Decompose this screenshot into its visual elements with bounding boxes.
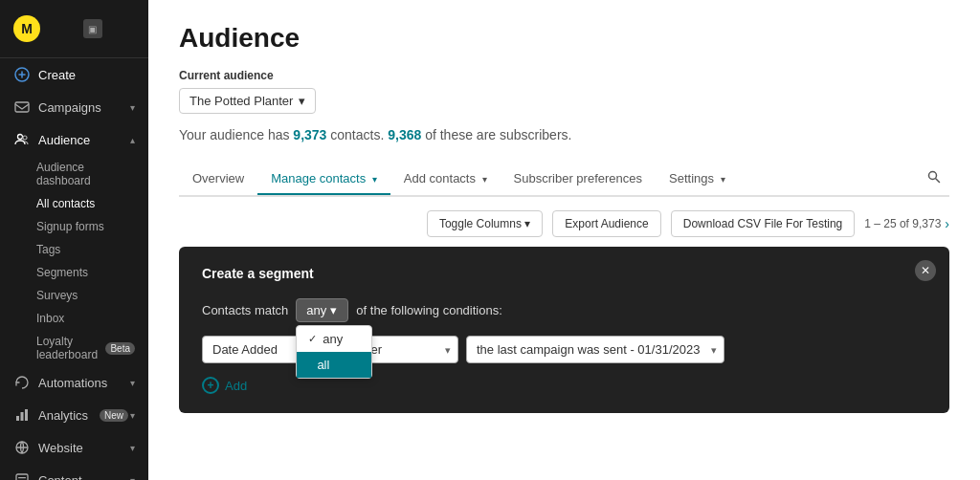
automations-icon [13, 374, 31, 391]
segment-panel: Create a segment ✕ Contacts match any ▾ … [179, 247, 949, 413]
sidebar-sub-loyalty-leaderboard[interactable]: Loyalty leaderboard Beta [0, 330, 148, 366]
plus-circle-icon: + [202, 377, 219, 394]
sidebar-sub-inbox[interactable]: Inbox [0, 307, 148, 330]
tab-manage-contacts[interactable]: Manage contacts ▾ [257, 164, 390, 195]
main-content-area: Audience Current audience The Potted Pla… [148, 0, 980, 480]
sidebar-item-content-label: Content [38, 473, 82, 481]
sidebar-sub-tags[interactable]: Tags [0, 238, 148, 261]
campaigns-chevron-icon: ▾ [130, 102, 135, 113]
match-option-all[interactable]: all [297, 352, 371, 378]
sidebar-item-website[interactable]: Website ▾ [0, 431, 148, 464]
mailchimp-logo-icon: M [13, 15, 40, 42]
export-audience-button[interactable]: Export Audience [552, 210, 660, 237]
svg-rect-8 [25, 409, 28, 421]
svg-rect-6 [16, 416, 19, 421]
toggle-columns-chevron-icon: ▾ [524, 217, 530, 230]
tab-add-contacts[interactable]: Add contacts ▾ [390, 164, 501, 195]
tab-search-icon[interactable] [919, 162, 949, 195]
tab-settings[interactable]: Settings ▾ [656, 164, 739, 195]
match-chevron-icon: ▾ [330, 303, 337, 317]
subscribers-count: 9,368 [388, 127, 421, 142]
tab-subscriber-preferences[interactable]: Subscriber preferences [501, 164, 656, 195]
close-segment-panel-button[interactable]: ✕ [915, 260, 936, 281]
total-contacts-count: 9,373 [293, 127, 326, 142]
website-icon [13, 439, 31, 456]
content-icon [13, 471, 31, 480]
toggle-columns-button[interactable]: Toggle Columns ▾ [427, 210, 543, 237]
add-condition-button[interactable]: + Add [202, 377, 926, 394]
sidebar: M ▣ Create Campaigns ▾ Audience ▴ [0, 0, 148, 480]
analytics-icon [13, 406, 31, 424]
sidebar-sub-all-contacts[interactable]: All contacts [0, 192, 148, 215]
contacts-match-row: Contacts match any ▾ ✓ any [202, 298, 926, 322]
sidebar-item-automations[interactable]: Automations ▾ [0, 366, 148, 399]
tab-overview[interactable]: Overview [179, 164, 257, 195]
page-title: Audience [179, 23, 949, 54]
sidebar-item-create[interactable]: Create [0, 58, 148, 91]
match-dropdown[interactable]: any ▾ ✓ any all [296, 298, 348, 322]
sidebar-sub-segments[interactable]: Segments [0, 261, 148, 284]
sidebar-item-automations-label: Automations [38, 376, 107, 390]
check-icon: ✓ [308, 333, 317, 345]
svg-point-5 [23, 136, 27, 140]
sidebar-sub-audience-dashboard[interactable]: Audience dashboard [0, 156, 148, 192]
sidebar-item-campaigns[interactable]: Campaigns ▾ [0, 91, 148, 123]
audience-select-dropdown[interactable]: The Potted Planter ▾ [179, 88, 316, 114]
svg-point-16 [929, 172, 937, 180]
collapse-sidebar-button[interactable]: ▣ [83, 19, 102, 38]
contacts-match-label: Contacts match [202, 303, 288, 317]
sidebar-item-create-label: Create [38, 68, 76, 82]
audience-select-value: The Potted Planter [189, 94, 293, 108]
sidebar-item-campaigns-label: Campaigns [38, 100, 101, 115]
sidebar-item-content[interactable]: Content ▾ [0, 464, 148, 480]
manage-contacts-arrow-icon: ▾ [372, 174, 377, 185]
sidebar-item-audience[interactable]: Audience ▴ [0, 123, 148, 156]
sidebar-sub-signup-forms[interactable]: Signup forms [0, 215, 148, 238]
condition-value-wrapper: the last campaign was sent - 01/31/2023 [466, 336, 724, 363]
analytics-new-badge: New [100, 409, 128, 422]
pagination-next-icon[interactable]: › [945, 216, 949, 231]
sidebar-item-analytics-label: Analytics [38, 408, 88, 423]
campaigns-icon [13, 98, 31, 116]
audience-chevron-icon: ▴ [130, 135, 135, 145]
download-csv-button[interactable]: Download CSV File For Testing [671, 210, 856, 237]
segment-panel-title: Create a segment [202, 266, 926, 281]
svg-rect-3 [15, 102, 29, 112]
audience-stats: Your audience has 9,373 contacts. 9,368 … [179, 127, 949, 142]
current-audience-label: Current audience [179, 69, 949, 82]
audience-icon [13, 131, 31, 148]
settings-arrow-icon: ▾ [721, 174, 725, 185]
svg-point-4 [18, 135, 23, 140]
sidebar-logo: M ▣ [0, 0, 148, 58]
sidebar-sub-surveys[interactable]: Surveys [0, 284, 148, 307]
beta-badge: Beta [105, 342, 135, 355]
sidebar-item-audience-label: Audience [38, 133, 90, 147]
add-contacts-arrow-icon: ▾ [482, 174, 487, 185]
create-icon [13, 66, 31, 83]
website-chevron-icon: ▾ [130, 443, 135, 453]
match-option-any[interactable]: ✓ any [297, 326, 371, 352]
automations-chevron-icon: ▾ [130, 378, 135, 388]
svg-rect-7 [21, 412, 24, 421]
content-chevron-icon: ▾ [130, 475, 135, 481]
sidebar-item-analytics[interactable]: Analytics New ▾ [0, 399, 148, 431]
sidebar-item-website-label: Website [38, 441, 83, 455]
match-options-popup: ✓ any all [296, 325, 372, 379]
toolbar-row: Toggle Columns ▾ Export Audience Downloa… [179, 210, 949, 237]
svg-text:M: M [21, 21, 33, 36]
svg-rect-11 [18, 477, 26, 478]
audience-dropdown-chevron-icon: ▾ [299, 94, 305, 108]
nav-tabs: Overview Manage contacts ▾ Add contacts … [179, 162, 949, 197]
of-conditions-label: of the following conditions: [356, 303, 501, 317]
pagination-info: 1 – 25 of 9,373 › [864, 216, 949, 231]
match-current-value: any [306, 303, 326, 317]
condition-value-select[interactable]: the last campaign was sent - 01/31/2023 [466, 336, 724, 363]
analytics-chevron-icon: ▾ [130, 410, 135, 421]
